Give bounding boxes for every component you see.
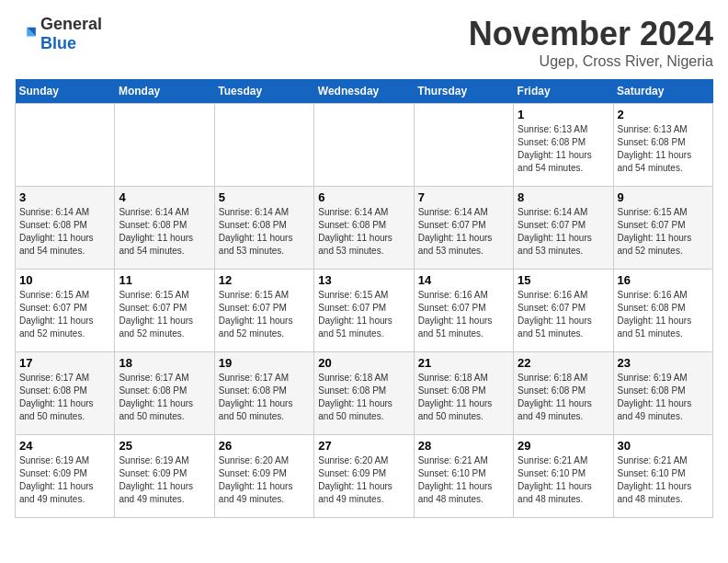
- day-info: Sunrise: 6:18 AM Sunset: 6:08 PM Dayligh…: [418, 372, 509, 423]
- cell-w3-d5: 14Sunrise: 6:16 AM Sunset: 6:07 PM Dayli…: [414, 270, 513, 352]
- day-info: Sunrise: 6:18 AM Sunset: 6:08 PM Dayligh…: [318, 372, 409, 423]
- cell-w1-d4: [314, 104, 414, 187]
- cell-w2-d2: 4Sunrise: 6:14 AM Sunset: 6:08 PM Daylig…: [115, 187, 214, 270]
- day-info: Sunrise: 6:15 AM Sunset: 6:07 PM Dayligh…: [318, 289, 409, 340]
- day-info: Sunrise: 6:14 AM Sunset: 6:08 PM Dayligh…: [19, 206, 110, 258]
- logo-blue: Blue: [40, 34, 76, 52]
- day-number: 19: [219, 356, 310, 370]
- day-number: 16: [618, 273, 709, 287]
- cell-w3-d6: 15Sunrise: 6:16 AM Sunset: 6:07 PM Dayli…: [514, 270, 613, 352]
- cell-w4-d3: 19Sunrise: 6:17 AM Sunset: 6:08 PM Dayli…: [214, 352, 313, 435]
- day-info: Sunrise: 6:15 AM Sunset: 6:07 PM Dayligh…: [219, 289, 310, 340]
- week-row-1: 1Sunrise: 6:13 AM Sunset: 6:08 PM Daylig…: [16, 104, 713, 187]
- cell-w5-d7: 30Sunrise: 6:21 AM Sunset: 6:10 PM Dayli…: [613, 435, 712, 518]
- cell-w2-d5: 7Sunrise: 6:14 AM Sunset: 6:07 PM Daylig…: [414, 187, 513, 270]
- header-friday: Friday: [514, 79, 613, 104]
- week-row-3: 10Sunrise: 6:15 AM Sunset: 6:07 PM Dayli…: [16, 270, 713, 352]
- day-info: Sunrise: 6:14 AM Sunset: 6:08 PM Dayligh…: [219, 206, 310, 258]
- day-info: Sunrise: 6:19 AM Sunset: 6:08 PM Dayligh…: [618, 372, 709, 423]
- day-info: Sunrise: 6:13 AM Sunset: 6:08 PM Dayligh…: [518, 123, 609, 175]
- week-row-5: 24Sunrise: 6:19 AM Sunset: 6:09 PM Dayli…: [16, 435, 713, 518]
- cell-w5-d2: 25Sunrise: 6:19 AM Sunset: 6:09 PM Dayli…: [115, 435, 214, 518]
- day-info: Sunrise: 6:13 AM Sunset: 6:08 PM Dayligh…: [618, 123, 709, 175]
- day-number: 14: [418, 273, 509, 287]
- day-number: 2: [618, 108, 709, 121]
- cell-w5-d1: 24Sunrise: 6:19 AM Sunset: 6:09 PM Dayli…: [16, 435, 115, 518]
- cell-w4-d7: 23Sunrise: 6:19 AM Sunset: 6:08 PM Dayli…: [613, 352, 712, 435]
- cell-w3-d2: 11Sunrise: 6:15 AM Sunset: 6:07 PM Dayli…: [115, 270, 214, 352]
- day-number: 26: [219, 439, 310, 453]
- day-info: Sunrise: 6:20 AM Sunset: 6:09 PM Dayligh…: [219, 454, 310, 506]
- day-number: 7: [418, 190, 509, 204]
- day-info: Sunrise: 6:21 AM Sunset: 6:10 PM Dayligh…: [418, 454, 509, 506]
- cell-w1-d2: [115, 104, 214, 187]
- logo-general: General: [40, 15, 102, 33]
- cell-w4-d1: 17Sunrise: 6:17 AM Sunset: 6:08 PM Dayli…: [16, 352, 115, 435]
- day-info: Sunrise: 6:15 AM Sunset: 6:07 PM Dayligh…: [119, 289, 210, 340]
- day-info: Sunrise: 6:14 AM Sunset: 6:07 PM Dayligh…: [518, 206, 609, 258]
- day-number: 17: [19, 356, 110, 370]
- cell-w2-d7: 9Sunrise: 6:15 AM Sunset: 6:07 PM Daylig…: [613, 187, 712, 270]
- header: General Blue November 2024 Ugep, Cross R…: [15, 15, 713, 70]
- cell-w5-d3: 26Sunrise: 6:20 AM Sunset: 6:09 PM Dayli…: [214, 435, 313, 518]
- logo-icon: [15, 23, 37, 45]
- cell-w1-d6: 1Sunrise: 6:13 AM Sunset: 6:08 PM Daylig…: [514, 104, 613, 187]
- day-number: 6: [318, 190, 409, 204]
- cell-w1-d1: [16, 104, 115, 187]
- day-info: Sunrise: 6:21 AM Sunset: 6:10 PM Dayligh…: [618, 454, 709, 506]
- cell-w2-d1: 3Sunrise: 6:14 AM Sunset: 6:08 PM Daylig…: [16, 187, 115, 270]
- day-info: Sunrise: 6:15 AM Sunset: 6:07 PM Dayligh…: [618, 206, 709, 258]
- day-info: Sunrise: 6:14 AM Sunset: 6:08 PM Dayligh…: [119, 206, 210, 258]
- day-info: Sunrise: 6:17 AM Sunset: 6:08 PM Dayligh…: [219, 372, 310, 423]
- day-number: 29: [518, 439, 609, 453]
- day-number: 18: [119, 356, 210, 370]
- day-number: 9: [618, 190, 709, 204]
- day-number: 22: [518, 356, 609, 370]
- day-info: Sunrise: 6:16 AM Sunset: 6:07 PM Dayligh…: [418, 289, 509, 340]
- day-number: 15: [518, 273, 609, 287]
- cell-w4-d5: 21Sunrise: 6:18 AM Sunset: 6:08 PM Dayli…: [414, 352, 513, 435]
- header-thursday: Thursday: [414, 79, 513, 104]
- cell-w2-d3: 5Sunrise: 6:14 AM Sunset: 6:08 PM Daylig…: [214, 187, 313, 270]
- day-info: Sunrise: 6:21 AM Sunset: 6:10 PM Dayligh…: [518, 454, 609, 506]
- cell-w3-d3: 12Sunrise: 6:15 AM Sunset: 6:07 PM Dayli…: [214, 270, 313, 352]
- day-info: Sunrise: 6:18 AM Sunset: 6:08 PM Dayligh…: [518, 372, 609, 423]
- day-info: Sunrise: 6:19 AM Sunset: 6:09 PM Dayligh…: [19, 454, 110, 506]
- cell-w2-d4: 6Sunrise: 6:14 AM Sunset: 6:08 PM Daylig…: [314, 187, 414, 270]
- day-info: Sunrise: 6:19 AM Sunset: 6:09 PM Dayligh…: [119, 454, 210, 506]
- day-number: 10: [19, 273, 110, 287]
- cell-w1-d7: 2Sunrise: 6:13 AM Sunset: 6:08 PM Daylig…: [613, 104, 712, 187]
- day-info: Sunrise: 6:16 AM Sunset: 6:07 PM Dayligh…: [518, 289, 609, 340]
- subtitle: Ugep, Cross River, Nigeria: [469, 53, 713, 70]
- calendar-table: Sunday Monday Tuesday Wednesday Thursday…: [15, 79, 713, 518]
- cell-w4-d6: 22Sunrise: 6:18 AM Sunset: 6:08 PM Dayli…: [514, 352, 613, 435]
- cell-w1-d3: [214, 104, 313, 187]
- day-number: 3: [19, 190, 110, 204]
- day-number: 4: [119, 190, 210, 204]
- day-number: 8: [518, 190, 609, 204]
- header-monday: Monday: [115, 79, 214, 104]
- day-number: 11: [119, 273, 210, 287]
- day-info: Sunrise: 6:15 AM Sunset: 6:07 PM Dayligh…: [19, 289, 110, 340]
- day-info: Sunrise: 6:17 AM Sunset: 6:08 PM Dayligh…: [19, 372, 110, 423]
- week-row-4: 17Sunrise: 6:17 AM Sunset: 6:08 PM Dayli…: [16, 352, 713, 435]
- cell-w3-d1: 10Sunrise: 6:15 AM Sunset: 6:07 PM Dayli…: [16, 270, 115, 352]
- day-number: 1: [518, 108, 609, 121]
- logo-text: General Blue: [40, 15, 102, 53]
- day-info: Sunrise: 6:14 AM Sunset: 6:07 PM Dayligh…: [418, 206, 509, 258]
- day-number: 25: [119, 439, 210, 453]
- day-number: 24: [19, 439, 110, 453]
- day-number: 5: [219, 190, 310, 204]
- main-title: November 2024: [469, 15, 713, 53]
- cell-w2-d6: 8Sunrise: 6:14 AM Sunset: 6:07 PM Daylig…: [514, 187, 613, 270]
- week-row-2: 3Sunrise: 6:14 AM Sunset: 6:08 PM Daylig…: [16, 187, 713, 270]
- day-number: 12: [219, 273, 310, 287]
- header-tuesday: Tuesday: [214, 79, 313, 104]
- day-number: 23: [618, 356, 709, 370]
- cell-w3-d4: 13Sunrise: 6:15 AM Sunset: 6:07 PM Dayli…: [314, 270, 414, 352]
- day-info: Sunrise: 6:16 AM Sunset: 6:08 PM Dayligh…: [618, 289, 709, 340]
- day-number: 13: [318, 273, 409, 287]
- cell-w1-d5: [414, 104, 513, 187]
- calendar-header-row: Sunday Monday Tuesday Wednesday Thursday…: [16, 79, 713, 104]
- cell-w4-d4: 20Sunrise: 6:18 AM Sunset: 6:08 PM Dayli…: [314, 352, 414, 435]
